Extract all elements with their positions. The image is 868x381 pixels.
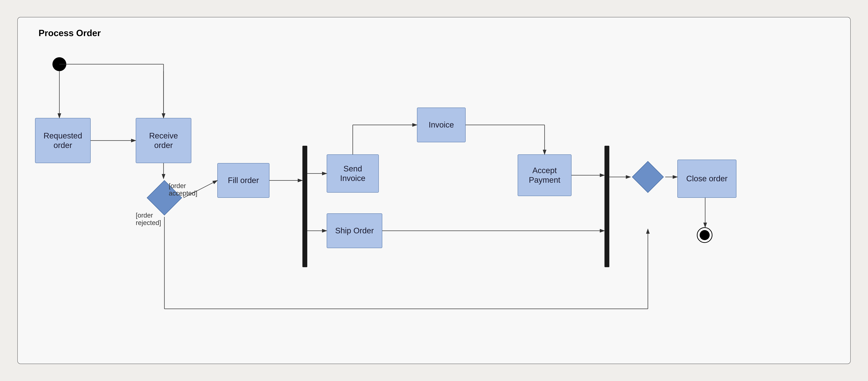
requested-order-box: Requested order [35, 118, 91, 163]
diagram-container: Process Order Requested order Receive or… [18, 17, 850, 364]
ship-order-box: Ship Order [327, 213, 382, 248]
svg-marker-1 [632, 161, 663, 193]
invoice-box: Invoice [417, 107, 466, 142]
fork-bar [302, 146, 307, 267]
end-node-inner [700, 230, 710, 240]
end-node [697, 227, 712, 243]
join-diamond [630, 160, 665, 194]
order-accepted-label: [orderaccepted] [169, 182, 197, 197]
send-invoice-box: Send Invoice [327, 154, 379, 193]
order-rejected-label: [orderrejected] [136, 212, 161, 227]
accept-payment-box: Accept Payment [518, 154, 571, 196]
join-bar [604, 146, 609, 267]
fill-order-box: Fill order [217, 163, 270, 198]
start-node [53, 57, 66, 71]
close-order-box: Close order [677, 160, 736, 198]
receive-order-box: Receive order [136, 118, 191, 163]
diagram-title: Process Order [38, 28, 101, 38]
